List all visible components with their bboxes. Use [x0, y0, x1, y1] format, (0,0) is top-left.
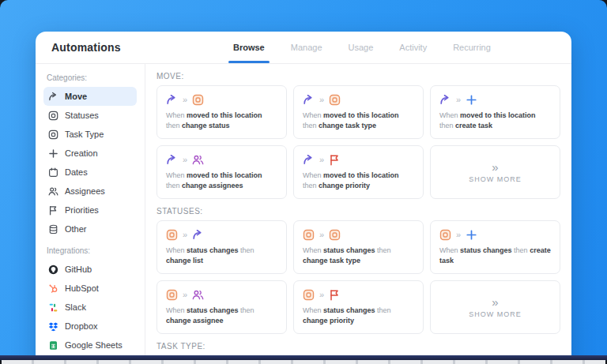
tab-browse[interactable]: Browse [233, 32, 265, 63]
tab-usage[interactable]: Usage [349, 32, 374, 63]
calendar-icon [48, 167, 58, 178]
sidebar-item-hubspot[interactable]: HubSpot [43, 279, 137, 298]
slack-icon [48, 302, 58, 313]
sidebar-item-label: Slack [65, 302, 86, 312]
sidebar-item-label: Statuses [65, 111, 99, 120]
sidebar-item-assignees[interactable]: Assignees [43, 182, 137, 201]
status-orange-icon [329, 229, 341, 241]
sidebar-item-creation[interactable]: Creation [43, 144, 137, 163]
sidebar-item-label: Dates [65, 167, 88, 177]
hubspot-icon [48, 283, 58, 294]
move-purple-icon [166, 154, 178, 166]
sidebar-item-label: Dropbox [65, 321, 98, 331]
sidebar-item-priorities[interactable]: Priorities [43, 201, 137, 220]
automation-description: When moved to this location then change … [303, 171, 414, 191]
automation-card[interactable]: »When status changes then create task [430, 220, 560, 274]
page-title: Automations [36, 41, 121, 54]
double-chevron-icon: » [183, 94, 187, 106]
sidebar-item-task-type[interactable]: Task Type [43, 125, 137, 144]
automation-description: When status changes then change priority [303, 306, 414, 326]
automation-description: When moved to this location then change … [166, 111, 277, 131]
automation-card[interactable]: »When moved to this location then create… [430, 85, 560, 139]
automation-card[interactable]: »When status changes then change list [156, 220, 287, 274]
sidebar-item-label: Assignees [65, 186, 105, 196]
section-statuses: STATUSES:»When status changes then chang… [156, 207, 560, 334]
automation-card[interactable]: »When status changes then change task ty… [293, 220, 424, 274]
automation-card[interactable]: »When status changes then change assigne… [156, 280, 287, 334]
sidebar-item-label: Move [65, 92, 87, 101]
automation-card[interactable]: »When moved to this location then change… [293, 85, 424, 139]
status-square-icon [48, 111, 58, 121]
sidebar-item-dates[interactable]: Dates [43, 163, 137, 182]
categories-list: MoveStatusesTask TypeCreationDatesAssign… [43, 87, 137, 238]
sidebar: Categories: MoveStatusesTask TypeCreatio… [36, 64, 145, 364]
automation-card[interactable]: »When moved to this location then change… [156, 85, 287, 139]
screenshot-bottom-strip [2, 360, 605, 364]
automation-card[interactable]: »When moved to this location then change… [293, 145, 424, 199]
sidebar-item-other[interactable]: Other [43, 220, 137, 238]
status-orange-icon [303, 229, 315, 241]
automation-description: When status changes then change assignee [166, 306, 277, 326]
double-chevron-icon: » [319, 229, 324, 241]
double-chevron-icon: » [319, 94, 324, 106]
sidebar-item-label: Task Type [65, 129, 104, 139]
google-sheets-icon [48, 340, 58, 351]
automation-card[interactable]: »When moved to this location then change… [156, 145, 287, 199]
sidebar-item-github[interactable]: GitHub [43, 260, 137, 279]
people-magenta-icon [192, 154, 204, 166]
sidebar-item-label: Priorities [65, 205, 99, 215]
screenshot-stage: Automations BrowseManageUsageActivityRec… [0, 0, 607, 364]
tab-manage[interactable]: Manage [291, 32, 322, 63]
double-chevron-icon: » [183, 229, 187, 241]
double-chevron-icon: » [183, 154, 187, 166]
automation-card[interactable]: »When status changes then change priorit… [293, 280, 424, 334]
section-title: MOVE: [156, 72, 560, 81]
dropbox-icon [48, 321, 58, 332]
sidebar-item-google-sheets[interactable]: Google Sheets [43, 336, 137, 355]
double-chevron-icon: » [492, 297, 498, 308]
move-purple-icon [303, 94, 315, 106]
double-chevron-icon: » [456, 94, 461, 106]
tab-activity[interactable]: Activity [399, 32, 427, 63]
double-chevron-icon: » [492, 162, 498, 173]
automation-description: When status changes then change task typ… [303, 246, 414, 266]
move-purple-icon [439, 94, 451, 106]
sidebar-item-dropbox[interactable]: Dropbox [43, 317, 137, 336]
sidebar-item-slack[interactable]: Slack [43, 298, 137, 317]
sidebar-item-label: HubSpot [65, 283, 99, 293]
status-orange-icon [439, 229, 451, 241]
automations-modal: Automations BrowseManageUsageActivityRec… [36, 32, 571, 364]
tab-bar: BrowseManageUsageActivityRecurring [233, 32, 491, 63]
double-chevron-icon: » [183, 289, 187, 301]
show-more-label: SHOW MORE [469, 310, 522, 318]
automation-description: When status changes then create task [439, 246, 551, 266]
double-chevron-icon: » [456, 229, 461, 241]
show-more-card[interactable]: »SHOW MORE [430, 145, 560, 199]
move-arrow-icon [48, 92, 58, 102]
flag-red-icon [329, 289, 341, 301]
plus-blue-icon [466, 94, 477, 106]
github-icon [48, 265, 58, 275]
people-magenta-icon [192, 289, 204, 301]
double-chevron-icon: » [319, 154, 324, 166]
sidebar-item-label: Google Sheets [65, 340, 123, 350]
automation-browser: MOVE:»When moved to this location then c… [145, 64, 571, 364]
sidebar-item-statuses[interactable]: Statuses [43, 106, 137, 125]
status-orange-icon [192, 94, 204, 106]
automation-description: When moved to this location then change … [166, 171, 277, 191]
plus-icon [48, 148, 58, 159]
tab-recurring[interactable]: Recurring [453, 32, 491, 63]
sidebar-item-move[interactable]: Move [43, 87, 137, 106]
integrations-list: GitHubHubSpotSlackDropboxGoogle Sheets [43, 260, 137, 355]
automation-description: When moved to this location then change … [303, 111, 414, 131]
section-move: MOVE:»When moved to this location then c… [156, 72, 560, 199]
flag-red-icon [329, 154, 341, 166]
show-more-card[interactable]: »SHOW MORE [430, 280, 560, 334]
status-orange-icon [166, 229, 178, 241]
sidebar-item-label: Creation [65, 148, 98, 158]
section-title: STATUSES: [156, 207, 560, 216]
status-orange-icon [303, 289, 315, 301]
status-square-icon [48, 129, 58, 140]
move-purple-icon [192, 229, 204, 241]
stack-icon [48, 224, 58, 235]
